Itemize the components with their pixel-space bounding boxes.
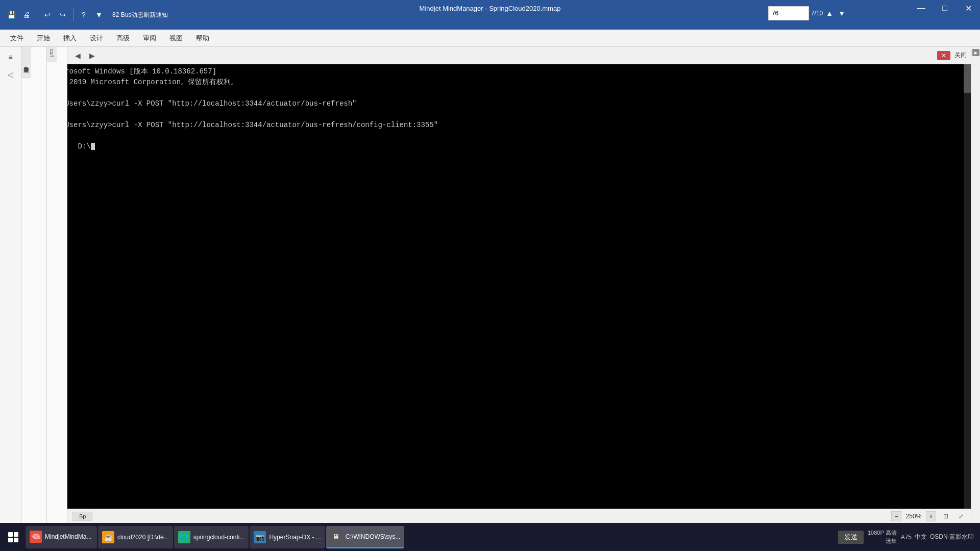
- menu-file[interactable]: 文件: [4, 32, 30, 45]
- taskbar-right: 发送 1080P 高清 选集 A75 中文 OSDN·蓝影水印: [838, 529, 978, 545]
- search-input[interactable]: [768, 6, 809, 20]
- taskbar-app-label-0: MindjetMindMa...: [45, 533, 91, 540]
- top-window-controls: — □ ✕: [910, 0, 980, 16]
- taskbar-app-label-4: C:\WINDOWS\sys...: [346, 533, 400, 540]
- left-panel: ≡ ◁: [0, 47, 21, 523]
- menu-design[interactable]: 设计: [84, 32, 109, 45]
- cmd-line-3: C:\Users\zzyy>curl -X POST "http://local…: [52, 98, 965, 109]
- close-button[interactable]: ✕: [957, 0, 980, 16]
- taskbar-app-icon-2: 🌐: [178, 531, 190, 543]
- search-result: 7/10: [811, 10, 823, 17]
- taskbar-sys-icons: A75 中文 OSDN·蓝影水印: [901, 533, 974, 541]
- minimize-button[interactable]: —: [910, 0, 933, 16]
- cmd-line-2: [52, 88, 965, 98]
- taskbar-info: 1080P 高清 选集: [868, 529, 897, 545]
- taskbar-app-3[interactable]: 📷 HyperSnap-DX - ...: [250, 526, 325, 548]
- taskbar-app-icon-4: 🖥: [330, 531, 342, 543]
- search-nav: 7/10 ▲ ▼: [811, 8, 847, 18]
- top-toolbar: 💾 🖨 ↩ ↪ ? ▼ 82 Bus动态刷新通知 Mindjet MindMan…: [0, 0, 980, 30]
- taskbar-app-label-1: cloud2020 [D:\de...: [117, 534, 169, 541]
- mm-bottom-right: − 250% + ⊡ ⤢: [891, 511, 967, 522]
- zoom-in-btn[interactable]: +: [926, 511, 936, 521]
- cmd-window: 🖥 C:\WINDOWS\system32\cmd.exe - curl -X …: [46, 46, 971, 523]
- toolbar-save-btn[interactable]: 💾: [4, 8, 18, 22]
- menu-bar: 文件 开始 插入 设计 高级 审阅 视图 帮助: [0, 30, 980, 47]
- note-panel: curl: [47, 47, 67, 523]
- menu-start[interactable]: 开始: [31, 32, 56, 45]
- cmd-cursor: [91, 143, 95, 150]
- taskbar-resolution: 1080P 高清: [868, 529, 897, 537]
- search-box: 7/10 ▲ ▼: [768, 6, 847, 20]
- taskbar: 🧠 MindjetMindMa... ☕ cloud2020 [D:\de...…: [0, 523, 980, 551]
- sidebar: 主题备注: [21, 47, 47, 523]
- mm-fit-btn[interactable]: ⊡: [940, 511, 951, 522]
- toolbar-sep-2: [73, 9, 74, 21]
- mm-bottom-tab[interactable]: Sp: [72, 512, 92, 521]
- maximize-button[interactable]: □: [933, 0, 957, 16]
- nav-forward-btn[interactable]: ▶: [86, 49, 98, 62]
- taskbar-app-2[interactable]: 🌐 springcloud-confi...: [174, 526, 249, 548]
- taskbar-app-0[interactable]: 🧠 MindjetMindMa...: [26, 526, 97, 548]
- toolbar-help-btn[interactable]: ?: [77, 8, 91, 22]
- taskbar-app-1[interactable]: ☕ cloud2020 [D:\de...: [98, 526, 173, 548]
- note-tab: curl: [47, 47, 57, 62]
- windows-icon: [8, 532, 18, 542]
- sidebar-header: 主题备注: [21, 47, 31, 78]
- search-prev-btn[interactable]: ▲: [824, 8, 835, 18]
- left-panel-btn-1[interactable]: ◁: [3, 66, 19, 83]
- taskbar-osdn: OSDN·蓝影水印: [930, 533, 974, 541]
- left-panel-toggle[interactable]: ≡: [3, 49, 19, 65]
- cmd-line-4: [52, 109, 965, 120]
- taskbar-app-label-3: HyperSnap-DX - ...: [269, 534, 321, 541]
- start-button[interactable]: [2, 526, 24, 548]
- cmd-line-6: D:\: [52, 131, 965, 163]
- zoom-controls: − 250% +: [891, 511, 936, 521]
- toolbar-redo-btn[interactable]: ↪: [56, 8, 70, 22]
- taskbar-app-icon-3: 📷: [254, 531, 266, 543]
- taskbar-sys-info: 选集: [886, 537, 897, 545]
- main-header-nav: ◀ ▶: [71, 49, 98, 62]
- cmd-line-0: Microsoft Windows [版本 10.0.18362.657]: [52, 66, 965, 77]
- menu-view[interactable]: 视图: [163, 32, 189, 45]
- taskbar-time: 中文: [915, 533, 927, 541]
- menu-advanced[interactable]: 高级: [110, 32, 136, 45]
- cmd-line-1: (c) 2019 Microsoft Corporation。保留所有权利。: [52, 77, 965, 88]
- cmd-scrollbar[interactable]: [964, 62, 971, 523]
- send-button[interactable]: 发送: [838, 531, 864, 544]
- close-panel-btn[interactable]: ✕: [937, 51, 950, 60]
- right-sidebar: ▶: [971, 47, 980, 523]
- cmd-line-7: [52, 163, 965, 173]
- right-sidebar-btn-1[interactable]: ▶: [972, 49, 979, 56]
- search-next-btn[interactable]: ▼: [836, 8, 847, 18]
- cmd-scrollbar-thumb[interactable]: [964, 62, 971, 93]
- nav-back-btn[interactable]: ◀: [71, 49, 84, 62]
- mm-expand-btn[interactable]: ⤢: [955, 511, 967, 522]
- main-header: ◀ ▶ ✕ 关闭: [67, 47, 971, 64]
- toolbar-icons: 💾 🖨 ↩ ↪ ? ▼: [4, 8, 106, 22]
- taskbar-volume: A75: [901, 534, 912, 541]
- toolbar-sep-1: [37, 9, 37, 21]
- zoom-level: 250%: [903, 513, 924, 520]
- cmd-line-5: C:\Users\zzyy>curl -X POST "http://local…: [52, 120, 965, 131]
- taskbar-app-icon-0: 🧠: [30, 531, 42, 543]
- taskbar-app-label-2: springcloud-confi...: [193, 534, 245, 541]
- cmd-line-8: D:\: [52, 173, 965, 184]
- close-panel-label: 关闭: [954, 51, 967, 60]
- taskbar-app-4[interactable]: 🖥 C:\WINDOWS\sys...: [326, 526, 404, 548]
- cmd-content[interactable]: Microsoft Windows [版本 10.0.18362.657] (c…: [46, 62, 971, 523]
- menu-help[interactable]: 帮助: [190, 32, 215, 45]
- menu-review[interactable]: 审阅: [137, 32, 162, 45]
- mm-bottom-bar: ⊞ 🔍 ✂ 📋 📊 Sp − 250% + ⊡ ⤢: [0, 509, 971, 523]
- taskbar-app-icon-1: ☕: [102, 531, 114, 543]
- toolbar-undo-btn[interactable]: ↩: [40, 8, 55, 22]
- toolbar-dropdown-btn[interactable]: ▼: [92, 8, 106, 22]
- toolbar-notification: 82 Bus动态刷新通知: [112, 11, 168, 19]
- toolbar-print-btn[interactable]: 🖨: [19, 8, 34, 22]
- menu-insert[interactable]: 插入: [57, 32, 83, 45]
- zoom-out-btn[interactable]: −: [891, 511, 901, 521]
